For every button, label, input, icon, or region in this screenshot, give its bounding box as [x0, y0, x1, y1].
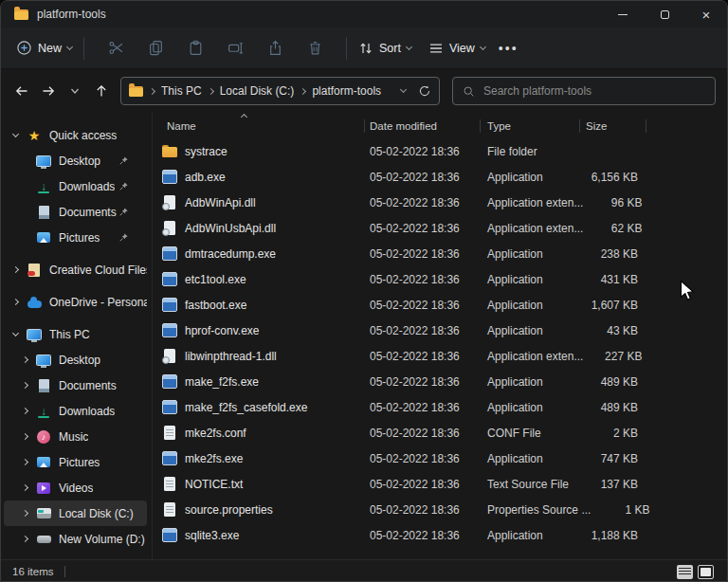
forward-button[interactable] [35, 78, 62, 104]
file-row[interactable]: NOTICE.txt 05-02-2022 18:36 Text Source … [153, 471, 727, 497]
column-divider[interactable] [364, 119, 365, 133]
chevron-right-icon[interactable] [21, 408, 27, 414]
maximize-button[interactable] [644, 1, 685, 27]
file-row[interactable]: AdbWinApi.dll 05-02-2022 18:36 Applicati… [153, 190, 727, 215]
sidebar-group-header[interactable]: OneDrive - Persona [4, 289, 147, 315]
chevron-right-icon[interactable] [21, 510, 27, 517]
sidebar-item-pictures[interactable]: Pictures [4, 449, 147, 475]
file-name-cell: hprof-conv.exe [153, 323, 364, 338]
local-disk-icon [36, 506, 51, 521]
up-button[interactable] [88, 78, 115, 104]
paste-button[interactable] [175, 40, 215, 56]
file-size: 431 KB [579, 273, 638, 286]
file-size: 6,156 KB [579, 171, 638, 184]
chevron-icon[interactable] [11, 329, 18, 336]
sidebar-item-desktop[interactable]: Desktop [4, 148, 147, 173]
pin-icon [118, 232, 129, 243]
chevron-right-icon[interactable] [21, 484, 27, 491]
sidebar-item-local-disk-c-[interactable]: Local Disk (C:) [4, 500, 147, 526]
file-name-cell: mke2fs.conf [153, 426, 364, 441]
column-header-date-modified[interactable]: Date modified [364, 114, 480, 138]
share-button[interactable] [255, 40, 295, 56]
file-name-cell: adb.exe [153, 170, 364, 185]
more-options-button[interactable]: ••• [499, 41, 519, 56]
file-row[interactable]: fastboot.exe 05-02-2022 18:36 Applicatio… [153, 292, 727, 318]
search-input[interactable] [483, 84, 705, 98]
app-icon [162, 400, 177, 415]
breadcrumb-local-disk[interactable]: Local Disk (C:) [220, 84, 295, 98]
file-row[interactable]: make_f2fs.exe 05-02-2022 18:36 Applicati… [153, 369, 727, 394]
address-dropdown-chevron-icon[interactable] [400, 86, 407, 93]
file-row[interactable]: etc1tool.exe 05-02-2022 18:36 Applicatio… [153, 266, 727, 292]
sidebar-item-videos[interactable]: Videos [4, 475, 147, 500]
app-icon [162, 323, 177, 338]
file-row[interactable]: mke2fs.exe 05-02-2022 18:36 Application … [153, 446, 727, 471]
sidebar: Quick access Desktop Downloads Documents [1, 113, 153, 559]
breadcrumb-this-pc[interactable]: This PC [161, 84, 202, 98]
sidebar-item-documents[interactable]: Documents [4, 373, 147, 398]
sidebar-item-downloads[interactable]: Downloads [4, 398, 147, 424]
column-headers: Name Date modified Type Size [153, 114, 727, 138]
chevron-right-icon[interactable] [21, 382, 27, 389]
file-row[interactable]: sqlite3.exe 05-02-2022 18:36 Application… [153, 522, 727, 548]
back-button[interactable] [9, 78, 35, 104]
file-name: AdbWinApi.dll [185, 196, 256, 209]
breadcrumb-separator-icon [300, 87, 306, 94]
sidebar-item-desktop[interactable]: Desktop [4, 347, 147, 373]
file-row[interactable]: AdbWinUsbApi.dll 05-02-2022 18:36 Applic… [153, 215, 727, 241]
chevron-right-icon[interactable] [21, 536, 27, 542]
recent-locations-button[interactable] [62, 78, 88, 104]
sidebar-group-children: Desktop Downloads Documents [1, 148, 152, 250]
creative-cloud-icon [27, 263, 42, 278]
sidebar-item-downloads[interactable]: Downloads [4, 173, 147, 199]
chevron-icon[interactable] [11, 299, 18, 305]
new-button[interactable]: New [16, 40, 72, 56]
file-name-cell: libwinpthread-1.dll [153, 349, 364, 364]
rename-button[interactable] [215, 40, 255, 56]
file-type: Application [480, 375, 579, 389]
chevron-icon[interactable] [11, 266, 18, 273]
file-row[interactable]: dmtracedump.exe 05-02-2022 18:36 Applica… [153, 241, 727, 266]
column-header-type[interactable]: Type [480, 114, 579, 138]
column-divider[interactable] [646, 119, 646, 133]
column-header-name[interactable]: Name [153, 114, 364, 138]
large-thumbnails-view-button[interactable] [698, 565, 714, 579]
file-row[interactable]: hprof-conv.exe 05-02-2022 18:36 Applicat… [153, 318, 727, 343]
sidebar-item-documents[interactable]: Documents [4, 199, 147, 225]
file-row[interactable]: systrace 05-02-2022 18:36 File folder [153, 138, 727, 164]
close-button[interactable]: × [685, 1, 727, 27]
copy-button[interactable] [136, 40, 175, 56]
delete-button[interactable] [295, 40, 335, 56]
cut-button[interactable] [96, 40, 136, 56]
sidebar-item-music[interactable]: Music [4, 424, 147, 449]
address-bar[interactable]: This PC Local Disk (C:) platform-tools [120, 77, 440, 105]
search-box[interactable] [452, 77, 716, 105]
chevron-right-icon[interactable] [21, 356, 27, 363]
chevron-icon[interactable] [11, 130, 18, 136]
refresh-icon[interactable] [418, 84, 431, 98]
minimize-button[interactable] [602, 1, 644, 27]
column-header-size[interactable]: Size [579, 114, 638, 138]
new-volume-icon [36, 532, 51, 547]
chevron-right-icon[interactable] [21, 459, 27, 465]
breadcrumb-platform-tools[interactable]: platform-tools [312, 84, 381, 98]
file-row[interactable]: make_f2fs_casefold.exe 05-02-2022 18:36 … [153, 394, 727, 420]
file-row[interactable]: adb.exe 05-02-2022 18:36 Application 6,1… [153, 164, 727, 190]
dll-icon [162, 221, 177, 236]
sidebar-group-header[interactable]: Creative Cloud Files [4, 257, 147, 282]
sidebar-item-pictures[interactable]: Pictures [4, 225, 147, 250]
column-divider[interactable] [480, 119, 481, 133]
view-button[interactable]: View [428, 41, 485, 56]
sidebar-group-header[interactable]: Quick access [4, 122, 147, 148]
file-row[interactable]: source.properties 05-02-2022 18:36 Prope… [153, 497, 727, 522]
sort-button[interactable]: Sort [358, 41, 411, 56]
sidebar-item-label: Documents [59, 206, 117, 219]
sidebar-item-new-volume-d-[interactable]: New Volume (D:) [4, 526, 147, 552]
doc-icon [162, 502, 177, 518]
chevron-right-icon[interactable] [21, 433, 27, 440]
details-view-button[interactable] [677, 565, 693, 579]
file-row[interactable]: mke2fs.conf 05-02-2022 18:36 CONF File 2… [153, 420, 727, 446]
file-row[interactable]: libwinpthread-1.dll 05-02-2022 18:36 App… [153, 343, 727, 369]
sidebar-group-header[interactable]: This PC [4, 321, 147, 347]
column-divider[interactable] [579, 119, 580, 133]
